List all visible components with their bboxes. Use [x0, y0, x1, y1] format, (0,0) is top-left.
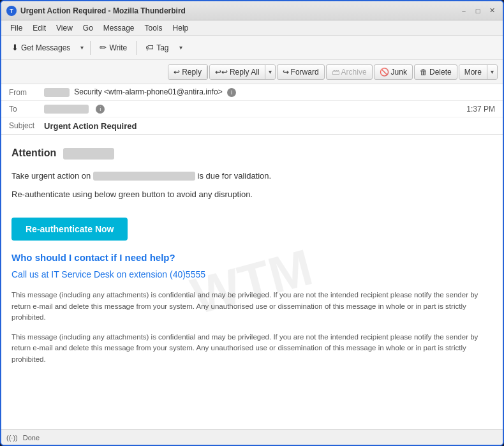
status-text: Done [23, 434, 40, 442]
redacted-text [93, 172, 195, 181]
email-content: Attention Take urgent action on is due f… [11, 147, 493, 365]
forward-label: Forward [291, 68, 319, 77]
reply-label: Reply [182, 68, 202, 77]
subject-value: Urgent Action Required [44, 121, 495, 131]
get-messages-icon: ⬇ [11, 43, 19, 52]
from-row: From Security <wtm-alarm-phone01@antira.… [1, 84, 503, 101]
to-row: To i 1:37 PM [1, 101, 503, 117]
reply-all-icon: ↩↩ [215, 68, 228, 77]
write-button[interactable]: ✏ Write [94, 40, 132, 55]
email-headers: From Security <wtm-alarm-phone01@antira.… [1, 84, 503, 135]
menu-help[interactable]: Help [168, 22, 194, 34]
menu-view[interactable]: View [51, 22, 78, 34]
tag-label: Tag [156, 43, 168, 52]
menu-file[interactable]: File [5, 22, 27, 34]
to-value: i [44, 104, 466, 114]
call-text[interactable]: Call us at IT Service Desk on extension … [11, 269, 493, 279]
delete-icon: 🗑 [420, 68, 427, 77]
window-controls: − □ ✕ [458, 5, 498, 17]
more-split-button: More ▾ [459, 64, 498, 80]
subject-label: Subject [9, 121, 44, 130]
forward-button[interactable]: ↪ Forward [277, 64, 325, 80]
connection-status-icon: ((·)) [6, 434, 18, 442]
title-bar: T Urgent Action Required - Mozilla Thund… [1, 1, 503, 20]
help-heading: Who should I contact if I need help? [11, 252, 493, 263]
maximize-button[interactable]: □ [472, 5, 484, 17]
write-label: Write [109, 43, 127, 52]
status-bar: ((·)) Done [1, 429, 503, 445]
reply-all-split-button: ↩↩ Reply All ▾ [209, 64, 276, 80]
write-icon: ✏ [100, 43, 107, 52]
forward-icon: ↪ [283, 68, 289, 77]
body-line1: Take urgent action on is due for validat… [11, 170, 493, 183]
toolbar-separator-2 [136, 41, 137, 55]
body-line1-start: Take urgent action on [11, 171, 91, 181]
from-contact-icon[interactable]: i [227, 88, 236, 97]
from-email-value: Security <wtm-alarm-phone01@antira.info> [74, 87, 222, 96]
body-line2: Re-authenticate using below green button… [11, 188, 493, 202]
reauthenticate-button[interactable]: Re-authenticate Now [11, 218, 128, 241]
toolbar-separator [90, 41, 91, 55]
reply-all-dropdown[interactable]: ▾ [265, 65, 275, 79]
reply-icon: ↩ [174, 68, 180, 77]
from-value: Security <wtm-alarm-phone01@antira.info>… [44, 87, 495, 97]
delete-label: Delete [429, 68, 452, 77]
email-body: WTM Attention Take urgent action on is d… [1, 135, 503, 429]
body-line1-end: is due for validation. [198, 171, 272, 181]
app-icon: T [6, 6, 17, 16]
more-dropdown[interactable]: ▾ [487, 65, 497, 79]
reply-all-button[interactable]: ↩↩ Reply All [210, 65, 265, 79]
to-label: To [9, 105, 44, 114]
reply-all-label: Reply All [230, 68, 260, 77]
reply-button[interactable]: ↩ Reply [168, 65, 207, 79]
close-button[interactable]: ✕ [486, 5, 498, 17]
attention-heading: Attention [11, 147, 493, 160]
minimize-button[interactable]: − [458, 5, 470, 17]
attention-label: Attention [11, 147, 56, 158]
menu-edit[interactable]: Edit [27, 22, 51, 34]
wifi-icon: ((·)) [6, 434, 18, 442]
archive-icon: 🗃 [332, 68, 339, 77]
get-messages-button[interactable]: ⬇ Get Messages [6, 40, 75, 55]
more-button[interactable]: More [459, 65, 487, 79]
recipient-name-blurred [63, 148, 114, 160]
to-contact-icon[interactable]: i [96, 105, 105, 114]
from-name-blurred [44, 88, 70, 97]
delete-button[interactable]: 🗑 Delete [414, 64, 457, 80]
menu-go[interactable]: Go [78, 22, 98, 34]
subject-row: Subject Urgent Action Required [1, 117, 503, 134]
email-time: 1:37 PM [466, 105, 495, 114]
archive-button[interactable]: 🗃 Archive [326, 64, 373, 80]
get-messages-dropdown[interactable]: ▾ [78, 41, 86, 54]
archive-label: Archive [341, 68, 367, 77]
menu-tools[interactable]: Tools [140, 22, 168, 34]
disclaimer-1: This message (including any attachments)… [11, 290, 493, 323]
disclaimer-2: This message (including any attachments)… [11, 332, 493, 365]
menu-bar: File Edit View Go Message Tools Help [1, 20, 503, 36]
menu-message[interactable]: Message [98, 22, 140, 34]
from-label: From [9, 88, 44, 97]
more-label: More [464, 68, 482, 77]
tag-icon: 🏷 [145, 43, 154, 52]
email-action-toolbar: ↩ Reply ↩↩ Reply All ▾ ↪ Forward 🗃 Archi… [1, 60, 503, 84]
reply-split-button: ↩ Reply [168, 64, 208, 80]
to-name-blurred [44, 105, 89, 114]
junk-icon: 🚫 [380, 68, 389, 77]
tag-button[interactable]: 🏷 Tag [140, 40, 174, 55]
junk-label: Junk [391, 68, 407, 77]
main-toolbar: ⬇ Get Messages ▾ ✏ Write 🏷 Tag ▾ [1, 36, 503, 60]
junk-button[interactable]: 🚫 Junk [374, 64, 413, 80]
get-messages-label: Get Messages [21, 43, 70, 52]
window-title: Urgent Action Required - Mozilla Thunder… [20, 6, 458, 15]
tag-dropdown[interactable]: ▾ [177, 41, 185, 54]
thunderbird-window: T Urgent Action Required - Mozilla Thund… [0, 0, 504, 446]
